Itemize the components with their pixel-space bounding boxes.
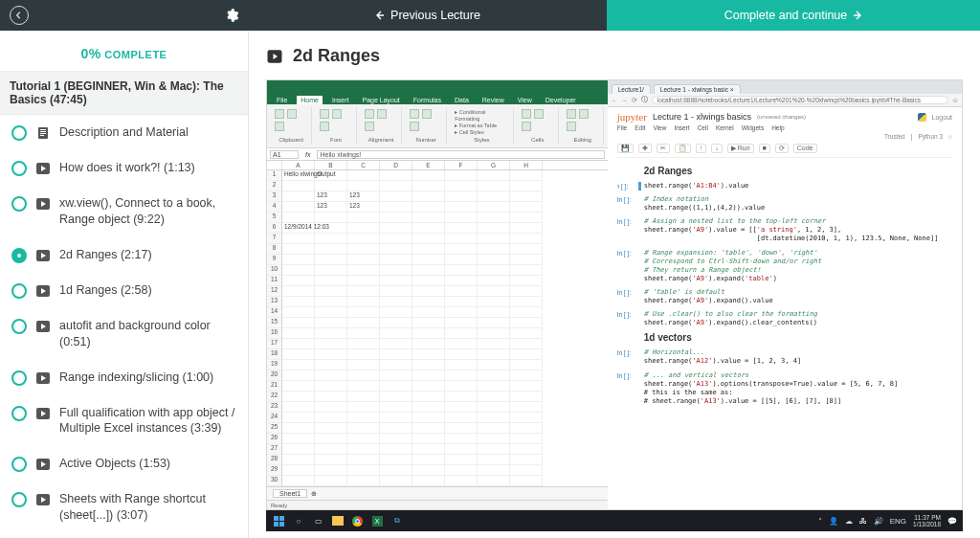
row-number[interactable]: 15 [267, 318, 282, 328]
cell[interactable] [478, 434, 510, 444]
jupyter-logout-button[interactable]: Logout [932, 114, 952, 121]
chrome-icon[interactable] [350, 514, 364, 527]
row-number[interactable]: 30 [267, 476, 282, 486]
row-number[interactable]: 26 [267, 434, 282, 444]
column-header[interactable]: H [510, 161, 543, 169]
cell[interactable] [510, 170, 543, 181]
code-cell[interactable]: In [ ]:# Use .clear() to also clear the … [644, 310, 950, 327]
excel-tab[interactable]: Data [451, 96, 473, 104]
cell[interactable] [510, 360, 543, 370]
cell[interactable] [380, 444, 412, 455]
cell[interactable] [510, 255, 543, 265]
tray-chevron-icon[interactable]: ˄ [818, 517, 822, 526]
column-header[interactable]: E [412, 161, 445, 169]
cell[interactable] [282, 234, 315, 244]
cell[interactable] [412, 339, 445, 349]
cell[interactable] [282, 360, 315, 370]
cell[interactable] [510, 328, 543, 339]
cell[interactable] [282, 286, 315, 297]
cell[interactable] [380, 202, 412, 213]
cell[interactable] [412, 455, 445, 465]
tray-network-icon[interactable]: 🖧 [859, 517, 867, 526]
cell[interactable] [445, 434, 478, 444]
cell[interactable] [412, 255, 445, 265]
cell[interactable] [412, 328, 445, 339]
cell[interactable] [445, 170, 478, 181]
cell[interactable] [380, 255, 412, 265]
jupyter-title[interactable]: Lecture 1 - xlwings basics [653, 112, 751, 122]
cell[interactable] [347, 181, 380, 191]
column-header[interactable]: G [478, 161, 510, 169]
cell[interactable] [347, 392, 380, 402]
cell[interactable] [445, 381, 478, 392]
browser-tab[interactable]: Lecture 1 - xlwings basic × [654, 84, 741, 94]
cell[interactable]: 123 [347, 202, 380, 213]
cell[interactable] [445, 181, 478, 191]
cell[interactable] [478, 255, 510, 265]
cell[interactable] [445, 244, 478, 255]
cell[interactable] [478, 444, 510, 455]
cell[interactable] [347, 297, 380, 307]
lesson-item[interactable]: Range indexing/slicing (1:00) [0, 360, 248, 395]
cell[interactable] [315, 286, 347, 297]
cell[interactable]: 123 [315, 191, 347, 202]
excel-tab[interactable]: Developer [542, 96, 580, 104]
cell[interactable] [347, 455, 380, 465]
excel-tab[interactable]: Insert [328, 96, 353, 104]
cell[interactable] [282, 476, 315, 486]
toolbar-button[interactable]: ▶ Run [727, 144, 754, 153]
cell[interactable] [412, 191, 445, 202]
cell[interactable] [478, 265, 510, 276]
cell[interactable] [478, 318, 510, 328]
row-number[interactable]: 12 [267, 286, 282, 297]
row-number[interactable]: 6 [267, 223, 282, 234]
cell[interactable] [445, 202, 478, 213]
cell[interactable] [347, 265, 380, 276]
cell[interactable] [315, 318, 347, 328]
cell[interactable] [315, 244, 347, 255]
cell[interactable] [412, 181, 445, 191]
cell[interactable] [412, 234, 445, 244]
toolbar-button[interactable]: ⟳ [775, 144, 789, 153]
cell[interactable] [478, 276, 510, 286]
cell[interactable] [412, 349, 445, 360]
cell[interactable] [347, 381, 380, 392]
cell[interactable] [510, 181, 543, 191]
cell[interactable] [510, 223, 543, 234]
ribbon-group[interactable]: Number [406, 107, 447, 144]
cell[interactable] [510, 234, 543, 244]
cell[interactable] [412, 413, 445, 423]
row-number[interactable]: 17 [267, 339, 282, 349]
cell[interactable] [315, 381, 347, 392]
cell[interactable] [380, 286, 412, 297]
fx-icon[interactable]: fx [302, 151, 313, 158]
lesson-item[interactable]: Sheets with Range shortcut (sheet[...]) … [0, 482, 248, 533]
cell[interactable] [380, 381, 412, 392]
excel-tab[interactable]: Page Layout [358, 96, 403, 104]
cell[interactable] [445, 286, 478, 297]
cell[interactable] [282, 349, 315, 360]
cell[interactable] [478, 307, 510, 318]
cell[interactable] [380, 223, 412, 234]
cell[interactable] [380, 297, 412, 307]
cell[interactable] [445, 444, 478, 455]
cell[interactable] [510, 286, 543, 297]
jupyter-menu-item[interactable]: Widgets [742, 124, 764, 131]
cell[interactable] [315, 370, 347, 381]
vscode-icon[interactable]: ⧉ [390, 514, 404, 527]
cell[interactable] [347, 360, 380, 370]
cell[interactable] [315, 276, 347, 286]
cell[interactable]: Output [315, 170, 347, 181]
lesson-item[interactable]: 2d Ranges (2:17) [0, 237, 248, 273]
lesson-item[interactable]: Active Objects (1:53) [0, 446, 248, 482]
toolbar-button[interactable]: 📋 [675, 144, 691, 153]
cell[interactable] [347, 444, 380, 455]
cell[interactable] [445, 339, 478, 349]
cell[interactable] [510, 276, 543, 286]
cell[interactable] [478, 370, 510, 381]
cell[interactable] [510, 339, 543, 349]
cell[interactable] [412, 318, 445, 328]
ribbon-group[interactable]: Clipboard [271, 107, 312, 144]
cell[interactable] [412, 444, 445, 455]
lesson-item[interactable]: 1d Ranges (2:58) [0, 273, 248, 308]
